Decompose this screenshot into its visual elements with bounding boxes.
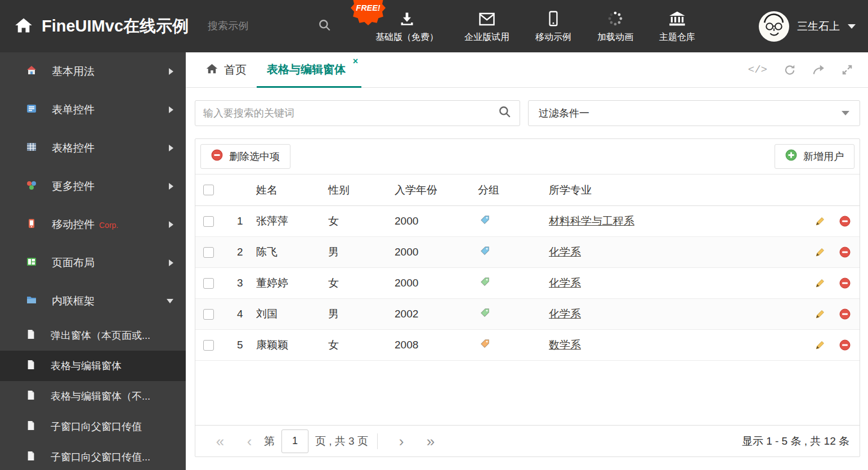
nav-item-loading-animation[interactable]: 加载动画 — [597, 10, 633, 43]
select-all-checkbox[interactable] — [203, 185, 214, 195]
sidebar-subitem-popup-window[interactable]: 弹出窗体（本页面或... — [0, 320, 186, 351]
prev-page-button[interactable]: ‹ — [235, 434, 264, 449]
table-icon — [26, 141, 37, 155]
sidebar-subitem-label: 子窗口向父窗口传值... — [51, 450, 150, 464]
major-link[interactable]: 化学系 — [549, 308, 581, 320]
filter-dropdown[interactable]: 过滤条件一 — [528, 100, 860, 126]
keyword-search-input[interactable] — [203, 108, 498, 119]
expand-icon[interactable] — [841, 64, 853, 76]
delete-selected-button[interactable]: 删除选中项 — [200, 144, 290, 169]
sidebar-item-label: 表格控件 — [52, 141, 95, 155]
grid-toolbar: 删除选中项 新增用户 — [195, 139, 860, 174]
nav-item-basic-free[interactable]: FREE! 基础版（免费） — [375, 10, 439, 43]
sidebar-item-grid-controls[interactable]: 表格控件 — [0, 129, 186, 167]
tab-grid-edit-window[interactable]: 表格与编辑窗体 × — [257, 52, 361, 88]
filter-dropdown-value: 过滤条件一 — [539, 106, 589, 120]
major-link[interactable]: 材料科学与工程系 — [549, 215, 634, 227]
row-checkbox[interactable] — [203, 247, 214, 258]
page-label-prefix: 第 — [264, 434, 275, 449]
share-icon[interactable] — [812, 64, 825, 76]
cell-name: 刘国 — [256, 307, 328, 321]
row-checkbox[interactable] — [203, 309, 214, 320]
row-checkbox[interactable] — [203, 340, 214, 351]
spinner-icon — [607, 10, 623, 26]
layout-icon — [26, 256, 37, 270]
cell-year: 2000 — [395, 277, 478, 289]
nav-item-mobile-demo[interactable]: 移动示例 — [535, 10, 571, 43]
sidebar-subitem-child-to-parent[interactable]: 子窗口向父窗口传值 — [0, 411, 186, 442]
column-header-year[interactable]: 入学年份 — [395, 183, 478, 198]
column-header-group[interactable]: 分组 — [478, 183, 549, 198]
home-icon — [15, 17, 33, 36]
row-number: 1 — [220, 215, 256, 227]
user-menu[interactable]: 三生石上 — [759, 11, 856, 42]
sidebar-item-mobile-controls[interactable]: 移动控件 Corp. — [0, 205, 186, 244]
search-icon[interactable] — [498, 105, 512, 121]
sidebar-subitem-grid-edit-window[interactable]: 表格与编辑窗体 — [0, 351, 186, 381]
delete-icon[interactable] — [839, 216, 851, 227]
sidebar-item-iframe[interactable]: 内联框架 — [0, 282, 186, 320]
delete-icon[interactable] — [839, 308, 851, 320]
row-checkbox[interactable] — [203, 278, 214, 289]
close-icon[interactable]: × — [353, 56, 358, 66]
sidebar-item-basic-usage[interactable]: 基本用法 — [0, 52, 186, 91]
chevron-down-icon — [167, 299, 173, 303]
edit-icon[interactable] — [815, 308, 826, 320]
user-name: 三生石上 — [797, 19, 840, 34]
tab-label: 首页 — [224, 62, 247, 78]
row-number: 5 — [220, 339, 256, 351]
sidebar-item-page-layout[interactable]: 页面布局 — [0, 244, 186, 282]
search-icon[interactable] — [318, 19, 332, 34]
sidebar-item-more-controls[interactable]: 更多控件 — [0, 167, 186, 205]
nav-item-theme-repo[interactable]: 主题仓库 — [659, 10, 695, 43]
tag-icon — [478, 246, 549, 258]
nav-label: 加载动画 — [597, 32, 633, 43]
sidebar-subitem-child-to-parent-2[interactable]: 子窗口向父窗口传值... — [0, 442, 186, 470]
first-page-button[interactable]: « — [205, 434, 235, 449]
column-header-gender[interactable]: 性别 — [328, 183, 395, 198]
button-label: 新增用户 — [803, 150, 844, 163]
header-search-input[interactable] — [208, 20, 292, 32]
top-nav: FREE! 基础版（免费） 企业版试用 移动示例 加载 — [375, 10, 695, 43]
table-row: 2 陈飞 男 2000 化学系 — [195, 237, 860, 268]
last-page-button[interactable]: » — [416, 434, 445, 449]
refresh-icon[interactable] — [784, 64, 796, 76]
edit-icon[interactable] — [815, 247, 826, 258]
chevron-right-icon — [169, 106, 173, 113]
nav-item-enterprise-trial[interactable]: 企业版试用 — [464, 10, 509, 43]
table-row: 5 康颖颖 女 2008 数学系 — [195, 330, 860, 361]
column-header-name[interactable]: 姓名 — [256, 183, 328, 198]
delete-icon[interactable] — [839, 277, 851, 289]
view-source-icon[interactable]: </> — [748, 64, 767, 76]
grid-panel: 删除选中项 新增用户 姓名 性别 入学年份 分组 所学专业 — [195, 138, 860, 457]
cell-year: 2000 — [395, 215, 478, 227]
delete-icon[interactable] — [839, 339, 851, 351]
add-user-button[interactable]: 新增用户 — [775, 144, 854, 169]
sidebar-item-form-controls[interactable]: 表单控件 — [0, 91, 186, 129]
edit-icon[interactable] — [815, 277, 826, 289]
sidebar-item-label: 页面布局 — [52, 256, 95, 270]
row-checkbox[interactable] — [203, 216, 214, 227]
row-number: 2 — [220, 246, 256, 258]
svg-text:FREE!: FREE! — [356, 3, 381, 12]
delete-icon[interactable] — [839, 247, 851, 258]
major-link[interactable]: 化学系 — [549, 277, 581, 289]
page-label-total: 页 , 共 3 页 — [315, 434, 368, 449]
sidebar-item-label: 基本用法 — [52, 64, 95, 79]
button-label: 删除选中项 — [229, 150, 280, 163]
sidebar-subitem-grid-edit-window-2[interactable]: 表格与编辑窗体（不... — [0, 381, 186, 411]
edit-icon[interactable] — [815, 339, 826, 351]
next-page-button[interactable]: › — [387, 434, 416, 449]
sidebar: 基本用法 表单控件 表格控件 更多控件 移动控件 Corp. — [0, 52, 186, 470]
major-link[interactable]: 数学系 — [549, 339, 581, 351]
more-controls-icon — [26, 180, 37, 194]
major-link[interactable]: 化学系 — [549, 246, 581, 258]
cell-gender: 女 — [328, 276, 395, 290]
edit-icon[interactable] — [815, 216, 826, 227]
table-header-row: 姓名 性别 入学年份 分组 所学专业 — [195, 174, 860, 206]
file-icon — [26, 390, 36, 404]
page-number-input[interactable] — [281, 429, 308, 453]
tab-home[interactable]: 首页 — [196, 52, 257, 87]
brand[interactable]: FineUIMvc在线示例 — [0, 15, 189, 38]
column-header-major[interactable]: 所学专业 — [549, 183, 793, 198]
